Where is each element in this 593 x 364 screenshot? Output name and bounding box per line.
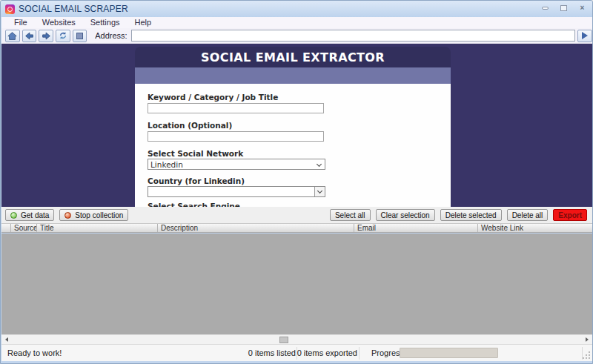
column-selector[interactable]: [1, 224, 11, 232]
results-table-header: Source Title Description Email Website L…: [1, 223, 592, 233]
scroll-left-icon: [5, 337, 8, 342]
go-icon: [582, 32, 588, 39]
page-form: Keyword / Category / Job Title Location …: [135, 84, 451, 207]
refresh-button[interactable]: [56, 30, 70, 42]
start-orb-icon: [10, 212, 17, 219]
column-source[interactable]: Source: [11, 224, 37, 232]
menu-settings[interactable]: Settings: [84, 17, 127, 28]
close-button[interactable]: ×: [577, 4, 588, 12]
address-label: Address:: [95, 31, 127, 40]
stop-orb-icon: [64, 212, 71, 219]
delete-selected-button[interactable]: Delete selected: [440, 209, 502, 221]
column-description[interactable]: Description: [158, 224, 354, 232]
go-button[interactable]: [577, 30, 592, 42]
scroll-left-button[interactable]: [1, 335, 12, 344]
minimize-icon: [542, 7, 549, 10]
column-title[interactable]: Title: [37, 224, 158, 232]
keyword-input[interactable]: [148, 103, 324, 113]
chevron-down-icon: [317, 162, 322, 167]
delete-all-label: Delete all: [512, 211, 543, 219]
column-email[interactable]: Email: [354, 224, 478, 232]
page-header: SOCIAL EMAIL EXTRACTOR: [135, 47, 451, 67]
country-label: Country (for Linkedin): [148, 176, 245, 185]
stop-collection-button[interactable]: Stop collection: [59, 209, 128, 221]
home-icon: [7, 31, 17, 41]
stop-button[interactable]: [73, 30, 87, 42]
chevron-down-icon: [317, 188, 322, 193]
country-select[interactable]: [148, 186, 325, 197]
select-all-label: Select all: [335, 211, 365, 219]
address-input[interactable]: [131, 30, 576, 42]
forward-arrow-icon: [42, 31, 51, 41]
menu-websites[interactable]: Websites: [36, 17, 82, 28]
delete-selected-label: Delete selected: [445, 211, 497, 219]
menu-bar: File Websites Settings Help: [1, 17, 592, 28]
clear-selection-button[interactable]: Clear selection: [376, 209, 435, 221]
country-select-button[interactable]: [314, 187, 325, 196]
menu-help[interactable]: Help: [128, 17, 159, 28]
window-title: SOCIAL EMAIL SCRAPER: [19, 4, 128, 14]
refresh-icon: [59, 31, 67, 40]
network-select[interactable]: Linkedin: [148, 159, 325, 170]
browser-toolbar: Address:: [1, 28, 592, 44]
close-icon: ×: [580, 4, 585, 12]
scrollbar-thumb[interactable]: [279, 337, 288, 343]
get-data-button[interactable]: Get data: [5, 209, 54, 221]
items-listed-count: 0 items listed: [248, 348, 296, 357]
window-controls: ×: [540, 4, 588, 12]
network-select-value: Linkedin: [150, 160, 183, 169]
menu-file[interactable]: File: [7, 17, 34, 28]
resize-grip[interactable]: [583, 351, 590, 359]
select-all-button[interactable]: Select all: [330, 209, 371, 221]
minimize-button[interactable]: [540, 4, 551, 12]
export-label: Export: [558, 211, 582, 219]
items-exported-count: 0 items exported: [297, 348, 357, 357]
get-data-label: Get data: [21, 211, 49, 219]
status-separator: [359, 347, 360, 360]
status-bar: Ready to work! 0 items listed 0 items ex…: [1, 344, 592, 361]
maximize-icon: [560, 5, 567, 11]
keyword-label: Keyword / Category / Job Title: [148, 93, 278, 102]
export-button[interactable]: Export: [553, 209, 587, 221]
home-button[interactable]: [5, 30, 20, 42]
progress-bar: [400, 348, 498, 358]
extractor-page: SOCIAL EMAIL EXTRACTOR Keyword / Categor…: [135, 47, 451, 207]
location-label: Location (Optional): [148, 121, 232, 130]
location-input[interactable]: [148, 131, 324, 142]
back-arrow-icon: [24, 31, 34, 41]
search-engine-label-clipped: Select Search Engine: [148, 202, 240, 207]
stop-icon: [76, 33, 83, 39]
app-icon: [5, 4, 15, 14]
app-window: SOCIAL EMAIL SCRAPER × File Websites Set…: [0, 0, 593, 364]
scroll-right-button[interactable]: [582, 335, 592, 344]
horizontal-scrollbar[interactable]: [1, 334, 592, 344]
column-website-link[interactable]: Website Link: [478, 224, 591, 232]
action-bar: Get data Stop collection Select all Clea…: [1, 207, 592, 223]
results-table-body: [1, 234, 592, 334]
clear-selection-label: Clear selection: [381, 211, 430, 219]
network-label: Select Social Network: [148, 149, 243, 158]
maximize-button[interactable]: [558, 4, 569, 12]
title-bar: SOCIAL EMAIL SCRAPER ×: [1, 1, 593, 17]
page-header-band: [135, 67, 451, 84]
page-title: SOCIAL EMAIL EXTRACTOR: [201, 50, 385, 64]
back-button[interactable]: [22, 30, 37, 42]
status-message: Ready to work!: [7, 348, 62, 357]
scroll-right-icon: [586, 337, 589, 342]
stop-collection-label: Stop collection: [75, 211, 123, 219]
delete-all-button[interactable]: Delete all: [507, 209, 549, 221]
window-bottom-frame: [1, 361, 593, 364]
forward-button[interactable]: [39, 30, 53, 42]
browser-viewport: SOCIAL EMAIL EXTRACTOR Keyword / Categor…: [1, 44, 592, 207]
